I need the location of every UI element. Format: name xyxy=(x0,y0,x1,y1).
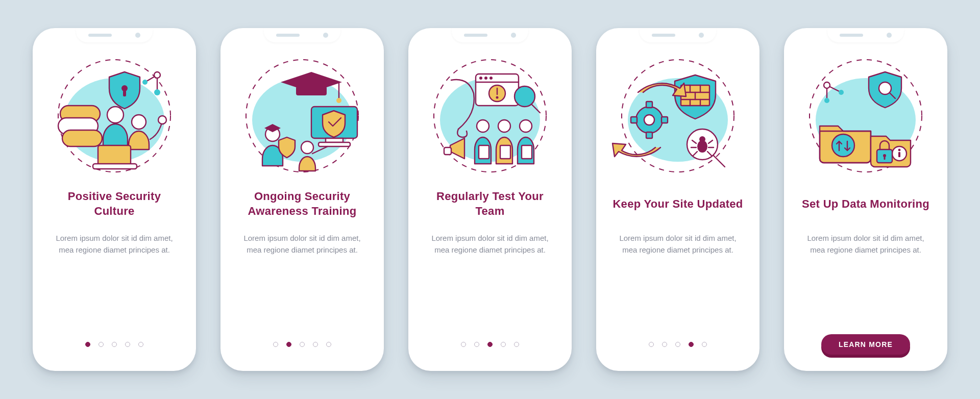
pagination-dots xyxy=(273,342,331,347)
svg-point-13 xyxy=(158,116,166,124)
svg-point-10 xyxy=(132,115,146,129)
svg-point-31 xyxy=(479,77,482,80)
svg-point-44 xyxy=(520,120,532,132)
svg-rect-12 xyxy=(93,164,137,169)
page-dot-4[interactable] xyxy=(313,342,318,347)
svg-rect-60 xyxy=(662,117,668,123)
slide-title: Ongoing Security Awareness Training xyxy=(235,185,370,223)
page-dot-4[interactable] xyxy=(125,342,130,347)
slide-body: Lorem ipsum dolor sit id dim amet, mea r… xyxy=(235,232,370,256)
camera-dot xyxy=(135,33,140,38)
svg-rect-43 xyxy=(500,145,510,159)
pagination-dots xyxy=(649,342,707,347)
page-dot-2[interactable] xyxy=(474,342,479,347)
page-dot-5[interactable] xyxy=(326,342,331,347)
page-dot-5[interactable] xyxy=(514,342,519,347)
page-dot-5[interactable] xyxy=(702,342,707,347)
phone-notch xyxy=(264,28,340,42)
onboarding-card-ongoing-security-awareness-training: Ongoing Security Awareness Training Lore… xyxy=(220,28,384,371)
svg-rect-21 xyxy=(326,138,343,142)
svg-point-19 xyxy=(336,98,341,103)
svg-rect-11 xyxy=(98,145,131,165)
page-dot-3[interactable] xyxy=(487,342,493,347)
page-dot-3[interactable] xyxy=(112,342,117,347)
svg-rect-59 xyxy=(631,117,637,123)
speaker-slot xyxy=(88,34,112,37)
slide-body: Lorem ipsum dolor sit id dim amet, mea r… xyxy=(798,232,933,256)
svg-rect-22 xyxy=(318,142,350,146)
page-dot-1[interactable] xyxy=(273,342,278,347)
svg-point-42 xyxy=(498,120,510,132)
camera-dot xyxy=(511,33,516,38)
slide-title: Regularly Test Your Team xyxy=(423,185,557,223)
camera-dot xyxy=(323,33,328,38)
page-dot-3[interactable] xyxy=(675,342,680,347)
svg-point-80 xyxy=(824,98,829,103)
slide-footer: LEARN MORE xyxy=(798,332,933,357)
folder-lock-shield-search-icon xyxy=(799,49,932,182)
onboarding-card-regularly-test-your-team: Regularly Test Your Team Lorem ipsum dol… xyxy=(408,28,572,371)
onboarding-card-positive-security-culture: Positive Security Culture Lorem ipsum do… xyxy=(33,28,196,371)
page-dot-3[interactable] xyxy=(300,342,305,347)
page-dot-1[interactable] xyxy=(649,342,654,347)
svg-point-8 xyxy=(142,80,148,85)
svg-rect-57 xyxy=(646,102,652,108)
slide-title: Positive Security Culture xyxy=(47,185,182,223)
speaker-slot xyxy=(276,34,300,37)
slide-body: Lorem ipsum dolor sit id dim amet, mea r… xyxy=(610,232,745,256)
onboarding-row: Positive Security Culture Lorem ipsum do… xyxy=(33,28,947,371)
slide-title: Set Up Data Monitoring xyxy=(802,185,929,223)
graduation-shield-monitor-icon xyxy=(236,49,369,182)
slide-body: Lorem ipsum dolor sit id dim amet, mea r… xyxy=(423,232,557,256)
speaker-slot xyxy=(840,34,863,37)
page-dot-2[interactable] xyxy=(99,342,104,347)
svg-point-37 xyxy=(514,86,535,107)
svg-point-83 xyxy=(898,149,901,152)
camera-dot xyxy=(887,33,892,38)
page-dot-4[interactable] xyxy=(501,342,506,347)
svg-rect-45 xyxy=(522,145,532,159)
page-dot-2[interactable] xyxy=(286,342,291,347)
svg-rect-17 xyxy=(296,86,327,95)
camera-dot xyxy=(699,33,704,38)
pagination-dots xyxy=(461,342,519,347)
svg-point-79 xyxy=(839,90,844,95)
svg-point-32 xyxy=(484,77,487,80)
svg-point-78 xyxy=(824,82,830,88)
svg-line-63 xyxy=(714,156,725,167)
speaker-slot xyxy=(652,34,675,37)
slide-footer xyxy=(235,332,370,357)
svg-point-40 xyxy=(477,120,489,132)
slide-footer xyxy=(47,332,182,357)
svg-rect-84 xyxy=(898,152,900,157)
svg-rect-87 xyxy=(884,156,886,160)
onboarding-card-keep-your-site-updated: Keep Your Site Updated Lorem ipsum dolor… xyxy=(596,28,760,371)
slide-footer xyxy=(423,332,557,357)
page-dot-4[interactable] xyxy=(689,342,694,347)
svg-point-7 xyxy=(154,89,160,95)
svg-point-61 xyxy=(644,115,654,125)
slide-body: Lorem ipsum dolor sit id dim amet, mea r… xyxy=(47,232,182,256)
speaker-slot xyxy=(464,34,487,37)
team-shield-icon xyxy=(48,49,181,182)
slide-title: Keep Your Site Updated xyxy=(612,185,743,223)
page-dot-1[interactable] xyxy=(461,342,466,347)
svg-point-25 xyxy=(301,141,313,154)
page-dot-1[interactable] xyxy=(85,342,90,347)
page-dot-2[interactable] xyxy=(662,342,667,347)
phone-notch xyxy=(640,28,716,42)
svg-point-36 xyxy=(496,96,499,99)
learn-more-button[interactable]: LEARN MORE xyxy=(821,334,910,355)
phone-notch xyxy=(76,28,153,42)
phishing-team-alert-icon xyxy=(424,49,556,182)
onboarding-card-set-up-data-monitoring: Set Up Data Monitoring Lorem ipsum dolor… xyxy=(784,28,947,371)
svg-rect-39 xyxy=(444,147,451,155)
pagination-dots xyxy=(85,342,143,347)
svg-rect-41 xyxy=(479,145,489,159)
svg-point-65 xyxy=(699,136,705,142)
svg-rect-3 xyxy=(123,90,126,96)
page-dot-5[interactable] xyxy=(138,342,143,347)
svg-point-9 xyxy=(107,107,124,123)
svg-point-6 xyxy=(154,72,160,78)
svg-rect-58 xyxy=(646,132,652,138)
